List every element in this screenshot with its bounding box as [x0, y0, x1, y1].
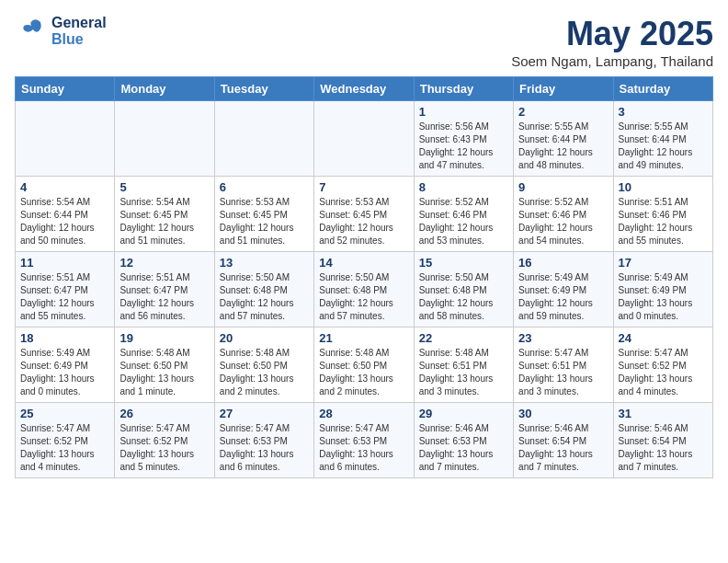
- day-number: 17: [619, 256, 708, 270]
- day-cell: 6Sunrise: 5:53 AM Sunset: 6:45 PM Daylig…: [214, 177, 313, 252]
- day-number: 13: [220, 256, 309, 270]
- day-info: Sunrise: 5:52 AM Sunset: 6:46 PM Dayligh…: [419, 196, 508, 247]
- day-info: Sunrise: 5:47 AM Sunset: 6:51 PM Dayligh…: [518, 347, 608, 398]
- day-number: 30: [518, 407, 608, 420]
- weekday-header-saturday: Saturday: [613, 77, 712, 101]
- day-cell: 24Sunrise: 5:47 AM Sunset: 6:52 PM Dayli…: [613, 327, 712, 403]
- week-row-2: 4Sunrise: 5:54 AM Sunset: 6:44 PM Daylig…: [16, 177, 713, 252]
- day-cell: 23Sunrise: 5:47 AM Sunset: 6:51 PM Dayli…: [514, 327, 613, 403]
- day-info: Sunrise: 5:46 AM Sunset: 6:53 PM Dayligh…: [419, 422, 508, 474]
- day-number: 27: [220, 407, 309, 420]
- day-info: Sunrise: 5:48 AM Sunset: 6:50 PM Dayligh…: [319, 347, 408, 398]
- day-info: Sunrise: 5:51 AM Sunset: 6:47 PM Dayligh…: [20, 271, 109, 323]
- day-number: 14: [319, 256, 408, 270]
- weekday-header-wednesday: Wednesday: [314, 77, 414, 101]
- day-cell: 19Sunrise: 5:48 AM Sunset: 6:50 PM Dayli…: [115, 327, 214, 403]
- day-info: Sunrise: 5:48 AM Sunset: 6:50 PM Dayligh…: [119, 347, 209, 398]
- location-title: Soem Ngam, Lampang, Thailand: [511, 53, 713, 69]
- day-cell: 25Sunrise: 5:47 AM Sunset: 6:52 PM Dayli…: [16, 403, 115, 478]
- logo-label: General Blue: [51, 15, 107, 47]
- day-cell: 29Sunrise: 5:46 AM Sunset: 6:53 PM Dayli…: [414, 403, 513, 478]
- day-cell: 10Sunrise: 5:51 AM Sunset: 6:46 PM Dayli…: [613, 177, 712, 252]
- day-cell: 16Sunrise: 5:49 AM Sunset: 6:49 PM Dayli…: [514, 252, 613, 327]
- day-cell: 26Sunrise: 5:47 AM Sunset: 6:52 PM Dayli…: [115, 403, 214, 478]
- logo-blue-text: Blue: [51, 31, 107, 48]
- day-number: 26: [119, 407, 209, 420]
- week-row-5: 25Sunrise: 5:47 AM Sunset: 6:52 PM Dayli…: [16, 403, 713, 478]
- day-info: Sunrise: 5:51 AM Sunset: 6:46 PM Dayligh…: [619, 196, 708, 247]
- day-cell: 30Sunrise: 5:46 AM Sunset: 6:54 PM Dayli…: [514, 403, 613, 478]
- day-info: Sunrise: 5:51 AM Sunset: 6:47 PM Dayligh…: [119, 271, 209, 323]
- weekday-header-tuesday: Tuesday: [214, 77, 313, 101]
- day-cell: 14Sunrise: 5:50 AM Sunset: 6:48 PM Dayli…: [314, 252, 414, 327]
- day-info: Sunrise: 5:48 AM Sunset: 6:50 PM Dayligh…: [220, 347, 309, 398]
- weekday-header-thursday: Thursday: [414, 77, 513, 101]
- weekday-header-friday: Friday: [514, 77, 613, 101]
- day-cell: 31Sunrise: 5:46 AM Sunset: 6:54 PM Dayli…: [613, 403, 712, 478]
- page-header: General Blue May 2025 Soem Ngam, Lampang…: [15, 15, 713, 69]
- day-info: Sunrise: 5:46 AM Sunset: 6:54 PM Dayligh…: [518, 422, 608, 474]
- day-number: 2: [518, 105, 608, 119]
- day-number: 23: [518, 331, 608, 345]
- day-number: 28: [319, 407, 408, 420]
- day-info: Sunrise: 5:55 AM Sunset: 6:44 PM Dayligh…: [518, 121, 608, 172]
- day-info: Sunrise: 5:49 AM Sunset: 6:49 PM Dayligh…: [20, 347, 109, 398]
- day-number: 3: [619, 105, 708, 119]
- day-info: Sunrise: 5:47 AM Sunset: 6:52 PM Dayligh…: [20, 422, 109, 474]
- day-number: 18: [20, 331, 109, 345]
- day-cell: 2Sunrise: 5:55 AM Sunset: 6:44 PM Daylig…: [514, 101, 613, 177]
- day-info: Sunrise: 5:47 AM Sunset: 6:53 PM Dayligh…: [319, 422, 408, 474]
- day-cell: 4Sunrise: 5:54 AM Sunset: 6:44 PM Daylig…: [16, 177, 115, 252]
- day-cell: 12Sunrise: 5:51 AM Sunset: 6:47 PM Dayli…: [115, 252, 214, 327]
- month-title: May 2025: [511, 15, 713, 53]
- day-cell: 1Sunrise: 5:56 AM Sunset: 6:43 PM Daylig…: [414, 101, 513, 177]
- day-number: 11: [20, 256, 109, 270]
- day-number: 24: [619, 331, 708, 345]
- logo-general-text: General: [51, 15, 107, 31]
- day-info: Sunrise: 5:49 AM Sunset: 6:49 PM Dayligh…: [619, 271, 708, 323]
- day-number: 29: [419, 407, 508, 420]
- day-info: Sunrise: 5:56 AM Sunset: 6:43 PM Dayligh…: [419, 121, 508, 172]
- day-number: 21: [319, 331, 408, 345]
- day-cell: [16, 101, 115, 177]
- day-info: Sunrise: 5:46 AM Sunset: 6:54 PM Dayligh…: [619, 422, 708, 474]
- day-number: 15: [419, 256, 508, 270]
- day-number: 10: [619, 180, 708, 194]
- weekday-header-sunday: Sunday: [16, 77, 115, 101]
- logo: General Blue: [15, 15, 107, 48]
- day-info: Sunrise: 5:47 AM Sunset: 6:53 PM Dayligh…: [220, 422, 309, 474]
- day-cell: 13Sunrise: 5:50 AM Sunset: 6:48 PM Dayli…: [214, 252, 313, 327]
- day-number: 6: [220, 180, 309, 194]
- day-number: 19: [119, 331, 209, 345]
- day-cell: [214, 101, 313, 177]
- day-info: Sunrise: 5:50 AM Sunset: 6:48 PM Dayligh…: [220, 271, 309, 323]
- day-cell: 3Sunrise: 5:55 AM Sunset: 6:44 PM Daylig…: [613, 101, 712, 177]
- day-number: 8: [419, 180, 508, 194]
- day-info: Sunrise: 5:55 AM Sunset: 6:44 PM Dayligh…: [619, 121, 708, 172]
- day-number: 12: [119, 256, 209, 270]
- day-info: Sunrise: 5:50 AM Sunset: 6:48 PM Dayligh…: [319, 271, 408, 323]
- logo-icon: [15, 15, 48, 48]
- day-info: Sunrise: 5:48 AM Sunset: 6:51 PM Dayligh…: [419, 347, 508, 398]
- day-info: Sunrise: 5:53 AM Sunset: 6:45 PM Dayligh…: [220, 196, 309, 247]
- day-cell: 17Sunrise: 5:49 AM Sunset: 6:49 PM Dayli…: [613, 252, 712, 327]
- day-info: Sunrise: 5:49 AM Sunset: 6:49 PM Dayligh…: [518, 271, 608, 323]
- day-number: 5: [119, 180, 209, 194]
- day-cell: 22Sunrise: 5:48 AM Sunset: 6:51 PM Dayli…: [414, 327, 513, 403]
- weekday-header-monday: Monday: [115, 77, 214, 101]
- day-cell: 18Sunrise: 5:49 AM Sunset: 6:49 PM Dayli…: [16, 327, 115, 403]
- day-info: Sunrise: 5:54 AM Sunset: 6:45 PM Dayligh…: [119, 196, 209, 247]
- day-info: Sunrise: 5:54 AM Sunset: 6:44 PM Dayligh…: [20, 196, 109, 247]
- day-cell: 9Sunrise: 5:52 AM Sunset: 6:46 PM Daylig…: [514, 177, 613, 252]
- week-row-4: 18Sunrise: 5:49 AM Sunset: 6:49 PM Dayli…: [16, 327, 713, 403]
- day-cell: [314, 101, 414, 177]
- day-info: Sunrise: 5:53 AM Sunset: 6:45 PM Dayligh…: [319, 196, 408, 247]
- week-row-3: 11Sunrise: 5:51 AM Sunset: 6:47 PM Dayli…: [16, 252, 713, 327]
- day-cell: 27Sunrise: 5:47 AM Sunset: 6:53 PM Dayli…: [214, 403, 313, 478]
- day-number: 1: [419, 105, 508, 119]
- day-cell: 5Sunrise: 5:54 AM Sunset: 6:45 PM Daylig…: [115, 177, 214, 252]
- day-cell: [115, 101, 214, 177]
- day-cell: 11Sunrise: 5:51 AM Sunset: 6:47 PM Dayli…: [16, 252, 115, 327]
- day-number: 4: [20, 180, 109, 194]
- day-number: 22: [419, 331, 508, 345]
